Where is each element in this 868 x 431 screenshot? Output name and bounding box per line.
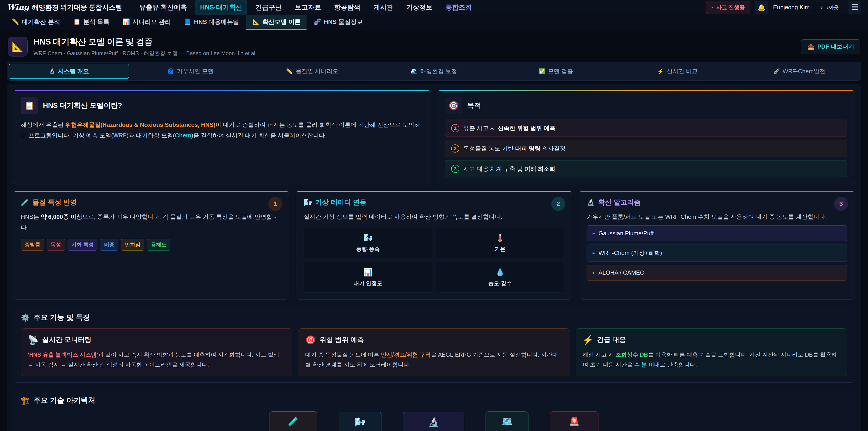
- subtab-scenario-management[interactable]: 📊 시나리오 관리: [117, 15, 177, 30]
- subtab-label: 확산모델 이론: [262, 18, 301, 26]
- feature-realtime-monitoring: 📡 실시간 모니터링 'HNS 유출 블랙박스 시스템'과 같이 사고 즉시 확…: [21, 329, 292, 376]
- subtab-atmos-analysis[interactable]: ✏️ 대기확산 분석: [6, 15, 66, 30]
- notification-bell-button[interactable]: 🔔: [755, 1, 768, 14]
- nav-item-weather-info[interactable]: 기상정보: [401, 0, 437, 15]
- chem-highlight: Chem: [175, 132, 191, 139]
- tab-label: 해양환경 보정: [420, 67, 457, 75]
- features-heading: ⚙️ 주요 기능 및 특징: [21, 313, 847, 322]
- flow-title: GIS 시각화: [492, 430, 522, 431]
- subtab-analysis-list[interactable]: 📋 분석 목록: [67, 15, 115, 30]
- features-heading-label: 주요 기능 및 특징: [33, 313, 90, 322]
- flow-title: HNS 물질 DB: [275, 430, 311, 431]
- bar-chart-icon: 📊: [123, 18, 130, 25]
- test-tube-icon: 🧪: [275, 417, 311, 427]
- pillar3-title-row: 🔬 확산 알고리즘: [587, 198, 847, 207]
- logout-button[interactable]: 로그아웃: [815, 2, 843, 13]
- intro-card-title-row: 📋 HNS 대기확산 모델이란?: [21, 97, 423, 114]
- microscope-icon: 🔬: [587, 198, 595, 206]
- siren-icon: 🚨: [556, 417, 593, 427]
- lightning-icon: ⚡: [583, 335, 593, 345]
- nav-item-oil-spill-forecast[interactable]: 유출유 확산예측: [134, 0, 192, 15]
- weather-cell-wind: 🌬️ 풍향·풍속: [304, 227, 432, 258]
- architecture-section: 🏗️ 주요 기술 아키텍처 🧪 HNS 물질 DB 6,000+ 물질 → 🌬️…: [13, 389, 855, 431]
- nav-item-hns-atmospheric[interactable]: HNS·대기확산: [195, 0, 247, 15]
- flow-arrow-icon: →: [534, 426, 544, 431]
- pdf-export-label: PDF 내보내기: [817, 43, 854, 51]
- nav-item-integrated-search[interactable]: 통합조회: [440, 0, 477, 15]
- feature3-title: 긴급 대응: [597, 335, 626, 344]
- tab-label: 시스템 개요: [58, 67, 89, 75]
- clipboard-icon: 📋: [73, 18, 81, 25]
- pdf-export-button[interactable]: 📤 PDF 내보내기: [801, 39, 860, 54]
- subtab-diffusion-model-theory[interactable]: 📐 확산모델 이론: [246, 15, 307, 30]
- pillar2-accent-bar: [296, 191, 572, 192]
- architecture-heading: 🏗️ 주요 기술 아키텍처: [21, 396, 847, 405]
- feature2-title-row: 🎯 위험 범위 예측: [305, 335, 563, 345]
- purpose-item-text: 사고 대응 체계 구축 및 피해 최소화: [463, 165, 555, 173]
- tab-gaussian-model[interactable]: 🌀 가우시안 모델: [130, 64, 251, 79]
- subtab-hns-manual[interactable]: 📘 HNS 대응매뉴얼: [178, 15, 245, 30]
- feature3-text: 해상 사고 시 조화상수 DB를 이용한 빠른 예측 기술을 포함합니다. 사전…: [583, 350, 840, 370]
- microscope-icon: 🔬: [409, 417, 458, 427]
- feature1-title-row: 📡 실시간 모니터링: [28, 335, 285, 345]
- hamburger-menu-button[interactable]: ☰: [848, 1, 861, 14]
- pillar2-number-badge: 2: [551, 197, 565, 211]
- flow-hns-substance-db: 🧪 HNS 물질 DB 6,000+ 물질: [269, 411, 317, 431]
- pillar3-accent-bar: [579, 191, 855, 192]
- tab-system-overview[interactable]: 🔬 시스템 개요: [8, 64, 129, 79]
- purpose-item-text: 독성물질 농도 기반 대피 명령 의사결정: [463, 145, 565, 153]
- app-logo: Wing 해양환경 위기대응 통합시스템: [7, 2, 122, 12]
- pillars-row: 1 🧪 물질 특성 반영 HNS는 약 6,000종 이상으로, 종류가 매우 …: [13, 191, 855, 300]
- subtab-label: 대기확산 분석: [22, 18, 60, 26]
- incident-dot-icon: ●: [711, 6, 714, 9]
- clipboard-icon: 📋: [21, 97, 38, 114]
- test-tube-icon: 🧪: [21, 198, 29, 206]
- nav-item-reports[interactable]: 보고자료: [290, 0, 326, 15]
- tag-solubility: 용해도: [147, 239, 170, 251]
- features-section: ⚙️ 주요 기능 및 특징 📡 실시간 모니터링 'HNS 유출 블랙박스 시스…: [13, 306, 855, 383]
- top-navigation-bar: Wing 해양환경 위기대응 통합시스템 유출유 확산예측 HNS·대기확산 긴…: [0, 0, 868, 15]
- satellite-antenna-icon: 📡: [28, 335, 38, 345]
- tab-model-validation[interactable]: ✅ 모델 검증: [495, 64, 616, 79]
- logo-wing-mark: Wing: [7, 2, 29, 11]
- hns-highlight: 위험유해물질(Hazardous & Noxious Substances, H…: [65, 121, 215, 128]
- tab-marine-correction[interactable]: 🌊 해양환경 보정: [374, 64, 494, 79]
- purpose-item-text: 유출 사고 시 신속한 위험 범위 예측: [463, 124, 555, 132]
- purpose-card-title-row: 🎯 목적: [445, 97, 847, 114]
- wind-icon: 🌬️: [304, 198, 312, 206]
- algo-item-aloha: ▸ ALOHA / CAMEO: [587, 265, 847, 281]
- purpose-card-title: 목적: [467, 101, 481, 110]
- weather-cell-temperature: 🌡️ 기온: [436, 227, 564, 258]
- blue-book-icon: 📘: [184, 18, 191, 25]
- export-icon: 📤: [807, 43, 814, 50]
- user-name: Eunjeong Kim: [773, 4, 810, 11]
- algo-item-label: ALOHA / CAMEO: [598, 269, 645, 276]
- feature3-title-row: ⚡ 긴급 대응: [583, 335, 840, 345]
- nav-item-aerial-search[interactable]: 항공탐색: [329, 0, 365, 15]
- pillar3-title: 확산 알고리즘: [598, 198, 641, 207]
- purpose-item-1: 1 유출 사고 시 신속한 위험 범위 예측: [445, 120, 847, 137]
- cyclone-icon: 🌀: [167, 68, 174, 74]
- logo-title: 해양환경 위기대응 통합시스템: [32, 3, 122, 12]
- page-title-block: HNS 대기확산 모델 이론 및 검증 WRF-Chem · Gaussian …: [33, 36, 257, 57]
- main-content-panel: 📋 HNS 대기확산 모델이란? 해상에서 유출된 위험유해물질(Hazardo…: [7, 84, 861, 431]
- incident-status-badge[interactable]: ● 사고 진행중: [706, 1, 750, 14]
- nav-item-emergency-rescue[interactable]: 긴급구난: [250, 0, 287, 15]
- number-3-icon: 3: [451, 165, 459, 173]
- tab-substance-scenarios[interactable]: ✏️ 물질별 시나리오: [252, 64, 373, 79]
- intro-purpose-row: 📋 HNS 대기확산 모델이란? 해상에서 유출된 위험유해물질(Hazardo…: [13, 90, 855, 184]
- nav-item-board[interactable]: 게시판: [368, 0, 398, 15]
- weather-cell-label: 대기 안정도: [353, 280, 382, 286]
- bar-chart-icon: 📊: [306, 268, 430, 277]
- pillar1-title: 물질 특성 반영: [32, 198, 77, 207]
- thermometer-icon: 🌡️: [438, 233, 562, 242]
- weather-grid: 🌬️ 풍향·풍속 🌡️ 기온 📊 대기 안정도 💧 습도·강수: [304, 227, 564, 293]
- tab-label: 물질별 시나리오: [296, 67, 338, 75]
- feature1-text: 'HNS 유출 블랙박스 시스템'과 같이 사고 즉시 확산 방향과 농도를 예…: [28, 350, 285, 370]
- feature-risk-range-prediction: 🎯 위험 범위 예측 대기 중 독성물질 농도에 따른 안전/경고/위험 구역을…: [298, 329, 569, 376]
- feature-emergency-response: ⚡ 긴급 대응 해상 사고 시 조화상수 DB를 이용한 빠른 예측 기술을 포…: [576, 329, 847, 376]
- tab-realtime-comparison[interactable]: ⚡ 실시간 비교: [617, 64, 738, 79]
- page-subtitle: WRF-Chem · Gaussian Plume/Puff · ROMS · …: [33, 50, 257, 57]
- subtab-hns-substance-info[interactable]: 🧬 HNS 물질정보: [308, 15, 369, 30]
- tab-wrf-chem-evolution[interactable]: 🚀 WRF-Chem발전: [739, 64, 860, 79]
